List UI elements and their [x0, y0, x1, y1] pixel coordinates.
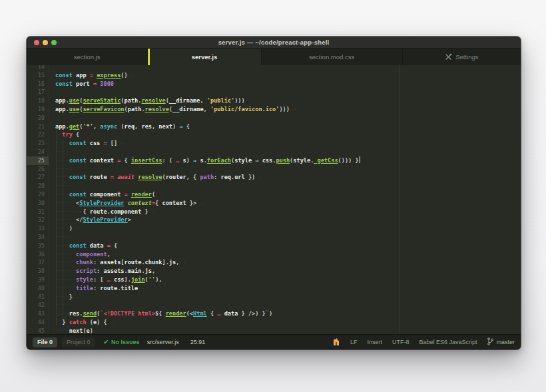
close-button[interactable] [34, 40, 39, 45]
code-line[interactable]: ····- [55, 148, 521, 156]
branch-icon [487, 337, 493, 347]
code-line[interactable]: ··try { - [55, 130, 521, 139]
traffic-lights [34, 37, 57, 48]
code-line[interactable]: const app = express() - [55, 71, 521, 80]
tab-server-js[interactable]: server.js [148, 49, 261, 65]
code-line[interactable]: ····const component = render( - [55, 190, 521, 199]
line-ending-indicator[interactable]: LF [350, 339, 358, 345]
code-line[interactable]: ····- [55, 301, 521, 309]
status-right: LF Insert UTF-8 Babel ES6 JavaScript mas… [332, 337, 515, 347]
window-title: server.js — ~/code/preact-app-shell [218, 39, 330, 46]
tab-label: section.js [74, 53, 101, 61]
issues-label: No Issues [111, 339, 140, 345]
code-line[interactable]: ······style: [ … css].join(''), - [55, 276, 521, 284]
code-line[interactable]: ········{ route.component } - [55, 208, 521, 216]
code-line[interactable]: ······component, - [55, 250, 521, 259]
code-line[interactable]: ····res.send(`<!DOCTYPE html>${ render(<… [55, 309, 521, 318]
tab-section-mod-css[interactable]: section.mod.css [262, 49, 403, 65]
code-lines: -const app = express() -const port = 300… [27, 65, 521, 334]
code-line[interactable]: ······</StyleProvider> - [55, 216, 521, 224]
tab-bar: section.js server.js section.mod.css Set… [27, 49, 521, 65]
code-line[interactable]: ····- [55, 165, 521, 174]
branch-name: master [496, 339, 515, 345]
insert-mode-indicator[interactable]: Insert [367, 339, 382, 345]
code-line[interactable]: ······<StyleProvider context={ context }… [55, 199, 521, 208]
code-line[interactable]: ····const data = { - [55, 242, 521, 250]
code-line[interactable]: ······script: assets.main.js, - [55, 267, 521, 276]
tab-section-js[interactable]: section.js [27, 49, 148, 65]
editor-window: server.js — ~/code/preact-app-shell sect… [27, 37, 521, 349]
tab-label: section.mod.css [309, 53, 354, 61]
linter-status[interactable]: ✔ No Issues [104, 339, 140, 345]
grammar-indicator[interactable]: Babel ES6 JavaScript [419, 339, 477, 345]
tools-icon [445, 53, 452, 61]
project-issues-toggle[interactable]: Project 0 [62, 337, 95, 347]
cursor-position[interactable]: 25:91 [190, 339, 206, 345]
code-line[interactable]: ····- [55, 233, 521, 242]
tab-label: Settings [455, 53, 478, 61]
tab-label: server.js [192, 53, 218, 61]
code-line[interactable]: ····} - [55, 293, 521, 301]
status-left: File 0 Project 0 ✔ No Issues src/server.… [33, 337, 205, 347]
code-line[interactable]: app.use(serveFavicon(path.resolve(__dirn… [55, 105, 521, 114]
code-line[interactable]: - [55, 114, 521, 122]
code-editor[interactable]: 1415161718192021222324252627282930313233… [27, 65, 521, 334]
code-line[interactable]: ····const context = { insertCss: ( … s) … [55, 156, 521, 165]
code-line[interactable]: const port = 3000 - [55, 80, 521, 89]
code-line[interactable]: ····- [55, 182, 521, 190]
status-bar: File 0 Project 0 ✔ No Issues src/server.… [27, 334, 521, 349]
check-icon: ✔ [104, 339, 109, 345]
code-line[interactable]: ····const route = await resolve(router, … [55, 173, 521, 182]
code-line[interactable]: ··} catch (e) { - [55, 318, 521, 327]
code-line[interactable]: ······chunk: assets[route.chunk].js, - [55, 258, 521, 267]
plugin-icon[interactable] [332, 337, 340, 347]
code-line[interactable]: - [55, 65, 521, 71]
titlebar[interactable]: server.js — ~/code/preact-app-shell [27, 37, 521, 49]
code-line[interactable]: app.get('*', async (req, res, next) ⇒ { … [55, 122, 521, 131]
code-line[interactable]: ····) - [55, 224, 521, 233]
code-line[interactable]: ······title: route.title - [55, 284, 521, 293]
encoding-indicator[interactable]: UTF-8 [392, 339, 410, 345]
tab-settings[interactable]: Settings [403, 49, 521, 65]
maximize-button[interactable] [51, 40, 57, 45]
code-line[interactable]: - [55, 88, 521, 97]
code-line[interactable]: app.use(serveStatic(path.resolve(__dirna… [55, 97, 521, 105]
file-path: src/server.js [147, 339, 179, 345]
git-branch[interactable]: master [487, 337, 515, 347]
text-cursor [360, 156, 361, 163]
code-line[interactable]: ····next(e) - [55, 327, 521, 334]
code-line[interactable]: ····const css = [] - [55, 139, 521, 148]
file-issues-toggle[interactable]: File 0 [33, 337, 57, 347]
minimize-button[interactable] [43, 40, 48, 45]
